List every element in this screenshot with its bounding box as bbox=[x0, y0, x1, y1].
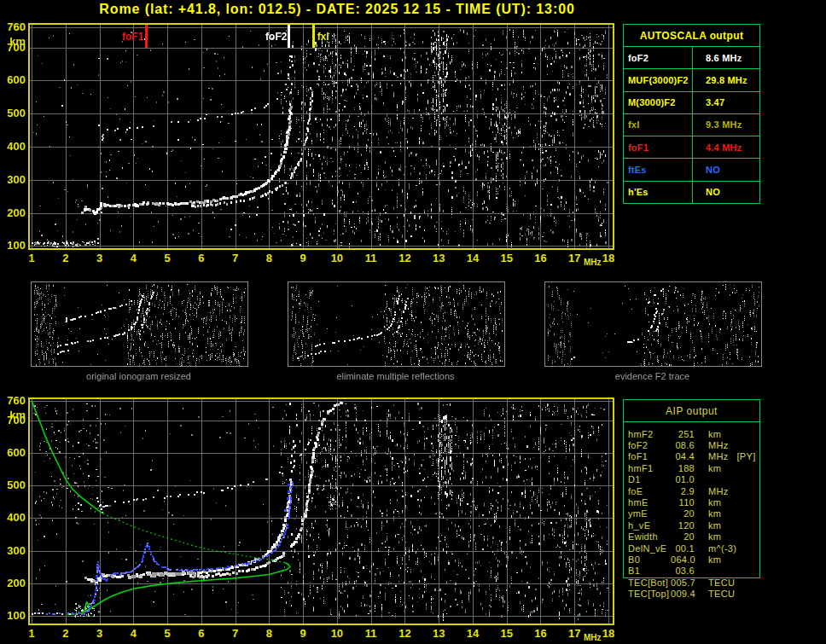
y-axis-tick-label: 100 bbox=[0, 610, 26, 622]
parameter-unit: km bbox=[708, 531, 721, 542]
parameter-value: 00.1 bbox=[671, 543, 695, 554]
x-axis-tick-label: 14 bbox=[460, 628, 486, 639]
table-row: TEC[Top]009.4TECU bbox=[628, 588, 824, 599]
parameter-unit: km bbox=[708, 554, 721, 565]
x-axis-tick-label: 9 bbox=[290, 252, 316, 264]
x-axis-unit-label: MHz bbox=[584, 258, 602, 267]
x-axis-tick-label: 12 bbox=[392, 628, 417, 639]
table-row: hmE110km bbox=[628, 496, 824, 508]
parameter-label: hmF1 bbox=[628, 463, 671, 473]
x-axis-tick-label: 4 bbox=[120, 252, 146, 264]
bottom-ionogram-canvas bbox=[28, 397, 614, 625]
table-row: B0064.0km bbox=[628, 554, 824, 565]
x-axis-tick-label: 3 bbox=[87, 252, 113, 264]
x-axis-tick-label: 1 bbox=[19, 252, 44, 264]
parameter-value: 188 bbox=[671, 463, 695, 473]
parameter-value: 3.47 bbox=[693, 92, 759, 113]
table-row: B103.6 bbox=[628, 566, 824, 577]
parameter-value: 110 bbox=[671, 497, 695, 508]
y-axis-tick-label: 760 bbox=[0, 395, 26, 407]
parameter-label: hmF2 bbox=[628, 429, 671, 439]
marker-label-foF2: foF2 bbox=[249, 32, 287, 43]
table-row: DelN_vE00.1m^(-3) bbox=[628, 542, 824, 554]
y-axis-tick-label: 600 bbox=[0, 74, 26, 86]
table-row: foE2.9MHz bbox=[628, 485, 824, 496]
y-axis-tick-label: 600 bbox=[0, 447, 26, 459]
parameter-unit: TECU bbox=[708, 589, 735, 599]
parameter-value: NO bbox=[693, 159, 759, 180]
x-axis-unit-label: MHz bbox=[584, 633, 602, 642]
parameter-label: foE bbox=[628, 486, 671, 496]
table-row: hmF2251km bbox=[628, 428, 824, 439]
parameter-label: MUF(3000)F2 bbox=[624, 69, 693, 90]
parameter-unit: km bbox=[708, 508, 721, 519]
parameter-label: DelN_vE bbox=[628, 543, 671, 554]
x-axis-tick-label: 7 bbox=[223, 628, 248, 639]
parameter-value: 20 bbox=[671, 531, 695, 542]
parameter-value: 9.3 MHz bbox=[693, 114, 759, 136]
x-axis-tick-label: 2 bbox=[53, 252, 79, 264]
thumbnail-canvas bbox=[31, 281, 248, 367]
y-axis-tick-label: 200 bbox=[0, 207, 26, 219]
table-row: D101.0 bbox=[628, 474, 824, 485]
aip-rows: hmF2251kmfoF208.6MHzfoF104.4MHz[PY]hmF11… bbox=[628, 428, 824, 600]
parameter-value: NO bbox=[693, 182, 759, 203]
parameter-label: fxI bbox=[624, 114, 693, 136]
y-axis-tick-label: 400 bbox=[0, 512, 26, 524]
parameter-unit: MHz bbox=[708, 451, 729, 461]
thumbnail-caption: evidence F2 trace bbox=[544, 371, 760, 381]
parameter-label: D1 bbox=[628, 474, 671, 484]
x-axis-tick-label: 9 bbox=[290, 628, 316, 639]
table-row: foF208.6MHz bbox=[628, 439, 824, 450]
table-row: ftEsNO bbox=[624, 159, 759, 181]
parameter-value: 009.4 bbox=[671, 589, 695, 599]
table-row: foF28.6 MHz bbox=[624, 47, 759, 69]
table-row: Ewidth20km bbox=[628, 531, 824, 542]
table-row: foF14.4 MHz bbox=[624, 136, 759, 159]
parameter-unit: MHz bbox=[708, 486, 729, 496]
parameter-unit: TECU bbox=[708, 577, 735, 588]
table-row: h_vE120km bbox=[628, 519, 824, 531]
x-axis-tick-label: 6 bbox=[189, 628, 214, 639]
x-axis-tick-label: 8 bbox=[256, 252, 282, 264]
x-axis-tick-label: 13 bbox=[426, 252, 451, 264]
y-axis-tick-label: 100 bbox=[0, 240, 26, 252]
parameter-value: 20 bbox=[671, 508, 695, 519]
parameter-value: 03.6 bbox=[671, 566, 695, 576]
parameter-unit: km bbox=[708, 497, 721, 508]
x-axis-tick-label: 4 bbox=[120, 628, 146, 639]
parameter-label: h_vE bbox=[628, 520, 671, 531]
table-row: h'EsNO bbox=[624, 182, 759, 203]
aip-table-header: AIP output bbox=[624, 400, 759, 422]
parameter-label: ymE bbox=[628, 508, 671, 519]
x-axis-tick-label: 10 bbox=[324, 252, 350, 264]
x-axis-tick-label: 15 bbox=[494, 628, 520, 639]
parameter-label: B0 bbox=[628, 554, 671, 565]
parameter-label: foF1 bbox=[628, 451, 671, 461]
autoscala-window: Rome (lat: +41.8, lon: 012.5) - DATE: 20… bbox=[0, 0, 826, 644]
top-ionogram-canvas bbox=[28, 23, 614, 250]
parameter-value: 8.6 MHz bbox=[693, 47, 759, 68]
thumbnail-canvas bbox=[288, 281, 505, 367]
autoscala-output-table: AUTOSCALA output foF28.6 MHzMUF(3000)F22… bbox=[623, 24, 760, 204]
x-axis-tick-label: 6 bbox=[189, 252, 214, 264]
parameter-value: 08.6 bbox=[671, 440, 695, 450]
parameter-value: 064.0 bbox=[671, 554, 695, 565]
parameter-label: ftEs bbox=[624, 159, 693, 180]
thumbnail-canvas bbox=[544, 281, 762, 367]
parameter-label: h'Es bbox=[624, 182, 693, 203]
parameter-label: foF2 bbox=[628, 440, 671, 450]
parameter-note: [PY] bbox=[737, 451, 756, 461]
table-row: foF104.4MHz[PY] bbox=[628, 451, 824, 462]
parameter-label: foF1 bbox=[624, 136, 693, 158]
x-axis-tick-label: 16 bbox=[527, 252, 553, 264]
y-axis-unit-label: km bbox=[0, 409, 26, 421]
x-axis-tick-label: 5 bbox=[154, 628, 180, 639]
parameter-label: foF2 bbox=[624, 47, 693, 68]
x-axis-tick-label: 15 bbox=[494, 252, 520, 264]
parameter-value: 04.4 bbox=[671, 451, 695, 461]
parameter-label: hmE bbox=[628, 497, 671, 508]
parameter-value: 4.4 MHz bbox=[693, 136, 759, 158]
x-axis-tick-label: 13 bbox=[426, 628, 451, 639]
parameter-label: TEC[Bot] bbox=[628, 577, 671, 588]
